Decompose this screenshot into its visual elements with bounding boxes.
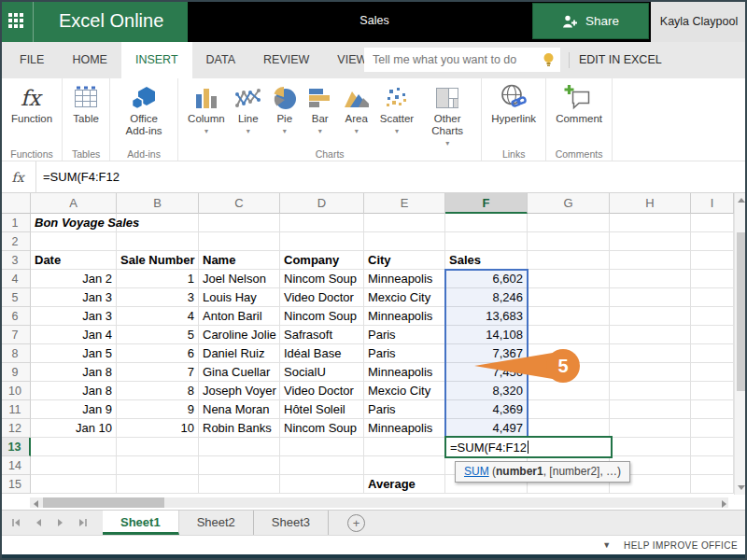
cell-C15[interactable] [199, 475, 280, 494]
cell-D14[interactable] [280, 456, 364, 475]
cell-B13[interactable] [117, 438, 199, 456]
editing-cell-f13[interactable]: =SUM(F4:F12 [444, 436, 613, 458]
cell-B2[interactable] [117, 232, 199, 251]
dropdown-caret-icon[interactable]: ▾ [445, 139, 449, 147]
dropdown-caret-icon[interactable]: ▾ [204, 127, 208, 135]
cell-F12[interactable]: 4,497 [445, 419, 528, 438]
sheet-tab-sheet2[interactable]: Sheet2 [179, 511, 254, 535]
column-header-E[interactable]: E [364, 193, 445, 214]
row-header-1[interactable]: 1 [0, 214, 31, 232]
cell-C9[interactable]: Gina Cuellar [199, 363, 280, 382]
cell-D5[interactable]: Video Doctor [280, 288, 364, 307]
dropdown-caret-icon[interactable]: ▾ [395, 127, 399, 135]
cell-C11[interactable]: Nena Moran [199, 400, 280, 419]
dropdown-caret-icon[interactable]: ▾ [318, 127, 322, 135]
cell-G2[interactable] [528, 232, 610, 251]
cell-H2[interactable] [610, 232, 691, 251]
first-sheet-arrow-icon[interactable] [11, 518, 21, 527]
menu-tab-data[interactable]: DATA [192, 42, 249, 78]
cell-A14[interactable] [31, 456, 117, 475]
cell-C13[interactable] [199, 438, 280, 456]
cell-B6[interactable]: 4 [117, 307, 199, 326]
row-header-4[interactable]: 4 [0, 270, 31, 288]
cell-I15[interactable] [691, 475, 734, 494]
cell-I2[interactable] [691, 232, 734, 251]
cell-C12[interactable]: Robin Banks [199, 419, 280, 438]
cell-H12[interactable] [610, 419, 691, 438]
cell-D3[interactable]: Company [280, 251, 364, 270]
cell-C10[interactable]: Joseph Voyer [199, 382, 280, 400]
cell-D9[interactable]: SocialU [280, 363, 364, 382]
cell-A15[interactable] [31, 475, 117, 494]
cell-C7[interactable]: Caroline Jolie [199, 326, 280, 344]
cell-I11[interactable] [691, 400, 734, 419]
cell-E4[interactable]: Minneapolis [364, 270, 445, 288]
cell-H8[interactable] [610, 344, 691, 363]
cell-F3[interactable]: Sales [445, 251, 528, 270]
cell-A4[interactable]: Jan 2 [31, 270, 117, 288]
formula-input[interactable]: =SUM(F4:F12 [36, 161, 747, 192]
document-title[interactable]: Sales [188, 0, 561, 42]
cell-D4[interactable]: Nincom Soup [280, 270, 364, 288]
row-header-8[interactable]: 8 [0, 344, 31, 363]
cell-B9[interactable]: 7 [117, 363, 199, 382]
cell-C5[interactable]: Louis Hay [199, 288, 280, 307]
cell-D13[interactable] [280, 438, 364, 456]
scroll-left-arrow[interactable] [34, 500, 38, 508]
sheet-tab-sheet3[interactable]: Sheet3 [254, 511, 329, 535]
cell-E12[interactable]: Minneapolis [364, 419, 445, 438]
cell-E14[interactable] [364, 456, 445, 475]
comment-button[interactable]: Comment [551, 81, 607, 127]
cell-B14[interactable] [117, 456, 199, 475]
fx-button[interactable]: fx [0, 161, 36, 192]
cell-C14[interactable] [199, 456, 280, 475]
account-user-name[interactable]: Kayla Claypool [651, 0, 747, 42]
cell-A5[interactable]: Jan 3 [31, 288, 117, 307]
sheet-tab-sheet1[interactable]: Sheet1 [103, 511, 179, 535]
cell-B10[interactable]: 8 [117, 382, 199, 400]
scatter-button[interactable]: Scatter▾ [375, 81, 418, 137]
cell-A1[interactable]: Bon Voyage Sales [31, 214, 117, 232]
cell-A10[interactable]: Jan 8 [31, 382, 117, 400]
row-header-14[interactable]: 14 [0, 456, 31, 475]
cell-C4[interactable]: Joel Nelson [199, 270, 280, 288]
cell-H3[interactable] [610, 251, 691, 270]
cell-I10[interactable] [691, 382, 734, 400]
row-header-7[interactable]: 7 [0, 326, 31, 344]
cell-B8[interactable]: 6 [117, 344, 199, 363]
office-add-ins-button[interactable]: Office Add-ins [115, 81, 173, 139]
scroll-right-arrow[interactable] [722, 500, 726, 508]
cell-D10[interactable]: Video Doctor [280, 382, 364, 400]
row-header-2[interactable]: 2 [0, 232, 31, 251]
cell-E13[interactable] [364, 438, 445, 456]
cell-G4[interactable] [528, 270, 610, 288]
cell-G7[interactable] [528, 326, 610, 344]
row-header-5[interactable]: 5 [0, 288, 31, 307]
row-header-3[interactable]: 3 [0, 251, 31, 270]
next-sheet-arrow-icon[interactable] [57, 518, 63, 527]
row-header-13[interactable]: 13 [0, 438, 31, 456]
area-button[interactable]: Area▾ [338, 81, 375, 137]
row-header-10[interactable]: 10 [0, 382, 31, 400]
dropdown-caret-icon[interactable]: ▾ [247, 127, 250, 135]
cell-H9[interactable] [610, 363, 691, 382]
cell-D8[interactable]: Idéal Base [280, 344, 364, 363]
cell-G1[interactable] [528, 214, 610, 232]
cell-C3[interactable]: Name [199, 251, 280, 270]
cell-I5[interactable] [691, 288, 734, 307]
row-header-15[interactable]: 15 [0, 475, 31, 494]
cell-F5[interactable]: 8,246 [445, 288, 528, 307]
share-button[interactable]: Share [532, 3, 649, 39]
column-header-G[interactable]: G [528, 193, 610, 214]
cell-A6[interactable]: Jan 3 [31, 307, 117, 326]
previous-sheet-arrow-icon[interactable] [35, 518, 42, 527]
vertical-scroll-thumb[interactable] [737, 232, 745, 391]
row-header-6[interactable]: 6 [0, 307, 31, 326]
cell-C8[interactable]: Daniel Ruiz [199, 344, 280, 363]
cell-D15[interactable] [280, 475, 364, 494]
cell-H4[interactable] [610, 270, 691, 288]
pie-button[interactable]: Pie▾ [267, 81, 303, 137]
cell-I14[interactable] [691, 456, 734, 475]
cell-B4[interactable]: 1 [117, 270, 199, 288]
add-sheet-button[interactable]: + [347, 514, 365, 532]
